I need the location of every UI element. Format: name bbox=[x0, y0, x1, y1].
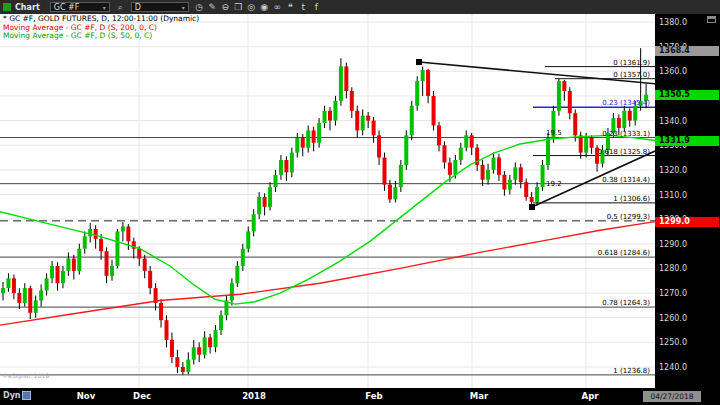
trendline-anchor-handle[interactable] bbox=[529, 204, 535, 210]
candle-up bbox=[584, 138, 588, 153]
trendline-anchor-handle[interactable] bbox=[416, 59, 422, 65]
chevron-down-icon: ▾ bbox=[182, 4, 185, 11]
candle-up bbox=[290, 153, 294, 173]
grid-layout-icon[interactable] bbox=[22, 391, 31, 400]
dynamic-mode-toggle[interactable]: Dyn bbox=[3, 391, 21, 400]
candle-up bbox=[186, 360, 190, 372]
candlestick-chart[interactable]: 0 (1361.9)0 (1357.0)0.23 (1345.4)0.23 (1… bbox=[0, 14, 655, 388]
clock-icon[interactable]: ◷ bbox=[193, 2, 206, 12]
chat-icon[interactable]: ❝ bbox=[284, 2, 297, 12]
candle-up bbox=[66, 259, 70, 271]
high-marker-badge: 1368.4 bbox=[655, 46, 719, 56]
candle-down bbox=[377, 135, 381, 157]
candle-up bbox=[88, 229, 92, 236]
fib-level-label: 0.618 (1284.6) bbox=[598, 249, 650, 257]
candle-down bbox=[568, 91, 572, 113]
maximize-icon[interactable] bbox=[707, 16, 716, 23]
alert-icon[interactable]: ◉ bbox=[258, 2, 271, 12]
price-axis-label: 1320.0 bbox=[659, 166, 687, 175]
candle-up bbox=[317, 123, 321, 143]
candle-up bbox=[404, 135, 408, 165]
price-axis[interactable]: 1240.01250.01260.01270.01280.01290.01300… bbox=[655, 14, 720, 388]
candlestick-plot-area[interactable]: 0 (1361.9)0 (1357.0)0.23 (1345.4)0.23 (1… bbox=[0, 14, 655, 388]
candle-down bbox=[448, 162, 452, 174]
candle-up bbox=[464, 135, 468, 147]
ma200-value-badge: 1299.0 bbox=[655, 217, 719, 227]
candle-down bbox=[372, 121, 376, 136]
candle-down bbox=[617, 118, 621, 128]
quote-icon[interactable]: ⌕ bbox=[114, 2, 127, 12]
candle-up bbox=[295, 138, 299, 153]
candle-down bbox=[350, 91, 354, 111]
candle-up bbox=[1, 288, 5, 293]
candle-down bbox=[562, 81, 566, 91]
ma50-line bbox=[0, 135, 655, 304]
candle-up bbox=[492, 158, 496, 170]
candle-up bbox=[546, 138, 550, 165]
candle-down bbox=[170, 340, 174, 357]
candle-up bbox=[45, 278, 49, 290]
candle-down bbox=[519, 167, 523, 182]
candle-down bbox=[579, 135, 583, 152]
candle-up bbox=[110, 266, 114, 276]
candle-down bbox=[497, 158, 501, 175]
candle-up bbox=[399, 165, 403, 187]
candle-down bbox=[175, 357, 179, 367]
price-axis-label: 1260.0 bbox=[659, 314, 687, 323]
candle-up bbox=[34, 300, 38, 312]
candle-down bbox=[99, 239, 103, 251]
candle-down bbox=[208, 337, 212, 347]
comment-remove-icon[interactable]: ⊖ bbox=[219, 2, 232, 12]
image-panel-icon[interactable]: ❐ bbox=[232, 2, 245, 12]
candle-up bbox=[361, 116, 365, 131]
candle-down bbox=[442, 145, 446, 162]
chart-annotation: 19.2 bbox=[546, 180, 562, 188]
fib-level-label: 0 (1361.9) bbox=[613, 59, 650, 67]
candle-up bbox=[115, 231, 119, 266]
interval-dropdown[interactable]: D ▾ bbox=[131, 2, 189, 12]
candle-up bbox=[459, 148, 463, 160]
fib-level-label: 0.23 (1345.4) bbox=[602, 99, 650, 107]
candle-down bbox=[94, 229, 98, 239]
candle-up bbox=[279, 160, 283, 175]
app-logo-icon bbox=[3, 3, 11, 11]
candle-down bbox=[437, 126, 441, 146]
link-icon[interactable]: ∞ bbox=[271, 2, 284, 12]
ma50-value-badge: 1331.9 bbox=[655, 136, 719, 146]
time-axis-label: Dec bbox=[133, 391, 151, 401]
time-axis-label: Feb bbox=[365, 391, 382, 401]
fib-level-label: 1 (1306.6) bbox=[613, 195, 650, 203]
price-axis-label: 1250.0 bbox=[659, 338, 687, 347]
price-axis-label: 1240.0 bbox=[659, 363, 687, 372]
candle-up bbox=[83, 236, 87, 248]
twitter-icon[interactable]: t bbox=[297, 2, 310, 12]
candle-down bbox=[148, 271, 152, 288]
candle-up bbox=[410, 106, 414, 136]
candle-down bbox=[573, 113, 577, 135]
symbol-value: GC #F bbox=[54, 3, 80, 12]
symbol-dropdown[interactable]: GC #F ▾ bbox=[50, 2, 110, 12]
esignal-watermark: ©eSignal, 2018 bbox=[2, 372, 49, 379]
price-axis-label: 1280.0 bbox=[659, 264, 687, 273]
chart-window: Chart GC #F ▾ ⌕ D ▾ ◷✎⊖❐◎◉∞❝tf * GC #F, … bbox=[0, 0, 720, 405]
candle-down bbox=[126, 227, 130, 242]
fib-level-label: 0.38 (1314.4) bbox=[602, 176, 650, 184]
ma200-line bbox=[0, 222, 655, 326]
candle-down bbox=[165, 320, 169, 340]
target-icon[interactable]: ◎ bbox=[245, 2, 258, 12]
fib-level-label: 0.23 (1333.1) bbox=[602, 130, 650, 138]
time-axis-label: Apr bbox=[582, 391, 599, 401]
fib-level-label: 0.5 (1299.3) bbox=[607, 213, 651, 221]
candle-down bbox=[366, 116, 370, 121]
candle-up bbox=[486, 170, 490, 180]
candle-up bbox=[323, 111, 327, 123]
facebook-icon[interactable]: f bbox=[310, 2, 323, 12]
price-axis-label: 1290.0 bbox=[659, 240, 687, 249]
pencil-icon[interactable]: ✎ bbox=[206, 2, 219, 12]
candle-up bbox=[333, 101, 337, 121]
last-date-badge: 04/27/2018 bbox=[643, 391, 701, 402]
fib-level-label: 0 (1357.0) bbox=[613, 71, 650, 79]
time-axis[interactable]: Dyn 04/27/2018 NovDec2018FebMarApr bbox=[0, 388, 720, 405]
candle-down bbox=[344, 66, 348, 91]
candle-down bbox=[263, 197, 267, 207]
